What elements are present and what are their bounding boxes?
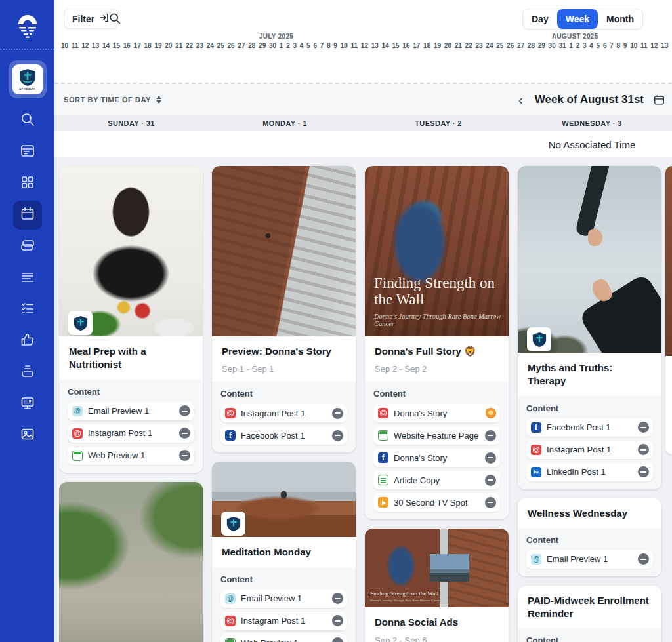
content-card[interactable]: Myths and Truths: Therapy Content Facebo… xyxy=(518,166,662,489)
sidebar-item-screens[interactable] xyxy=(13,390,42,418)
content-card-edge xyxy=(665,166,672,454)
content-card[interactable]: Meal Prep with a Nutritionist Content Em… xyxy=(59,166,203,473)
card-date-range: Sep 2 - Sep 6 xyxy=(375,635,499,642)
search-icon[interactable] xyxy=(108,12,121,28)
sidebar-item-media[interactable] xyxy=(13,421,42,450)
day-header-tuesday: TUESDAY · 2 xyxy=(366,119,511,127)
content-item[interactable]: Email Preview 1 xyxy=(220,590,347,608)
facebook-icon xyxy=(225,430,236,441)
content-item[interactable]: 30 Second TV Spot xyxy=(373,493,500,512)
video-icon xyxy=(378,497,388,508)
content-item[interactable]: Instagram Post 1 xyxy=(526,441,653,459)
content-item[interactable]: Web Preview 1 xyxy=(68,447,194,465)
content-card[interactable]: PAID-Midweek Enrollment Reminder Content… xyxy=(518,586,662,642)
content-card[interactable]: Wellness Wednesday Content Email Preview… xyxy=(518,498,662,576)
workspace-shield-logo: AP HEALTH xyxy=(12,64,43,94)
card-date-range: Sep 1 - Sep 1 xyxy=(222,364,346,374)
card-title: Donna Social Ads xyxy=(375,616,499,629)
remove-button[interactable] xyxy=(332,408,343,419)
sort-by-time-control[interactable]: SORT BY TIME OF DAY xyxy=(64,96,161,104)
timeline-ruler[interactable]: 1011121314151617181920212223242526272829… xyxy=(61,42,669,49)
sidebar-item-checklist[interactable] xyxy=(13,295,42,324)
content-card[interactable]: Finding Strength on the Wall Donna's Jou… xyxy=(365,529,509,642)
no-associated-time-label: No Associated Time xyxy=(549,139,636,150)
web-icon xyxy=(225,638,236,642)
workspace-avatar[interactable]: AP HEALTH xyxy=(9,60,47,98)
sort-label: SORT BY TIME OF DAY xyxy=(64,96,151,104)
content-item[interactable]: Instagram Post 1 xyxy=(68,424,194,443)
content-card[interactable]: Finding Strength on the Wall Donna's Jou… xyxy=(365,166,509,519)
column-monday: Preview: Donna's Story Sep 1 - Sep 1 Con… xyxy=(212,166,356,642)
remove-button[interactable] xyxy=(485,452,496,464)
sidebar-nav xyxy=(13,104,42,450)
remove-button[interactable] xyxy=(638,422,649,433)
sidebar-item-posts[interactable] xyxy=(13,138,42,167)
content-item-label: Email Preview 1 xyxy=(547,554,633,564)
facebook-icon xyxy=(378,452,388,463)
sidebar-item-calendar[interactable] xyxy=(13,201,42,230)
content-section-label: Content xyxy=(220,574,347,584)
content-item[interactable]: Web Preview 1 xyxy=(220,634,347,642)
content-section-label: Content xyxy=(68,387,194,397)
sidebar-item-approvals[interactable] xyxy=(13,327,42,355)
content-item[interactable]: Article Copy xyxy=(373,471,500,489)
remove-button[interactable] xyxy=(332,637,343,642)
content-item[interactable]: Instagram Post 1 xyxy=(220,612,347,630)
lion-emoji-badge[interactable] xyxy=(486,408,496,418)
card-title: Myths and Truths: Therapy xyxy=(528,361,652,388)
main-area: Filter Day Week Month JULY 2025 AUGUST 2… xyxy=(54,0,672,642)
sidebar-item-inbox[interactable] xyxy=(13,358,42,387)
sidebar-item-cards[interactable] xyxy=(13,232,42,261)
content-item-label: Web Preview 1 xyxy=(88,451,174,460)
filter-button-label: Filter xyxy=(72,14,94,24)
content-item[interactable]: Donna's Story xyxy=(373,404,500,422)
remove-button[interactable] xyxy=(638,466,649,477)
content-item-label: Instagram Post 1 xyxy=(88,428,174,438)
date-picker-icon[interactable] xyxy=(653,94,665,106)
collage-sky-tile xyxy=(430,554,469,582)
remove-button[interactable] xyxy=(638,553,649,565)
remove-button[interactable] xyxy=(485,497,496,508)
card-content-section: Content Email Preview 1 xyxy=(518,528,662,576)
content-item[interactable]: Email Preview 1 xyxy=(526,550,653,569)
content-item[interactable]: Donna's Story xyxy=(373,449,500,467)
view-day-button[interactable]: Day xyxy=(523,9,557,29)
sidebar-item-rows[interactable] xyxy=(13,264,42,292)
no-associated-time-row: No Associated Time xyxy=(54,131,672,157)
card-title: PAID-Midweek Enrollment Reminder xyxy=(528,594,652,621)
card-date-range: Sep 2 - Sep 2 xyxy=(375,364,499,374)
content-item-label: Instagram Post 1 xyxy=(241,409,327,418)
remove-button[interactable] xyxy=(179,405,190,416)
sidebar-item-search[interactable] xyxy=(13,106,42,135)
remove-button[interactable] xyxy=(179,428,190,439)
card-title: Preview: Donna's Story xyxy=(222,345,346,358)
view-week-button[interactable]: Week xyxy=(557,9,598,29)
previous-week-button[interactable]: ‹ xyxy=(516,93,526,106)
content-card[interactable]: Meditation Monday Content Email Preview … xyxy=(212,462,356,642)
content-item[interactable]: LinkedIn Post 1 xyxy=(526,463,653,481)
content-item[interactable]: Facebook Post 1 xyxy=(220,426,347,445)
sidebar-item-apps[interactable] xyxy=(13,169,42,198)
remove-button[interactable] xyxy=(485,430,496,441)
remove-button[interactable] xyxy=(332,615,343,626)
remove-button[interactable] xyxy=(179,450,190,461)
remove-button[interactable] xyxy=(332,593,343,604)
content-card[interactable]: Preview: Donna's Story Sep 1 - Sep 1 Con… xyxy=(212,166,356,452)
content-card[interactable] xyxy=(59,482,203,642)
brand-shield-avatar xyxy=(68,311,93,335)
posts-icon xyxy=(20,143,35,161)
remove-button[interactable] xyxy=(332,430,343,441)
day-header-monday: MONDAY · 1 xyxy=(213,119,357,127)
content-item[interactable]: Instagram Post 1 xyxy=(220,404,347,422)
content-item[interactable]: Email Preview 1 xyxy=(68,402,194,420)
view-month-button[interactable]: Month xyxy=(598,9,642,29)
remove-button[interactable] xyxy=(638,444,649,455)
card-title: Wellness Wednesday xyxy=(528,507,652,520)
content-item[interactable]: Facebook Post 1 xyxy=(526,418,653,437)
card-title: Meal Prep with a Nutritionist xyxy=(69,345,193,372)
poster-text: Finding Strength on the Wall Donna's Jou… xyxy=(374,275,509,327)
month-label-august: AUGUST 2025 xyxy=(552,33,598,40)
content-item-label: Facebook Post 1 xyxy=(241,431,327,441)
content-item[interactable]: Website Feature Page xyxy=(373,426,500,445)
remove-button[interactable] xyxy=(485,475,496,486)
